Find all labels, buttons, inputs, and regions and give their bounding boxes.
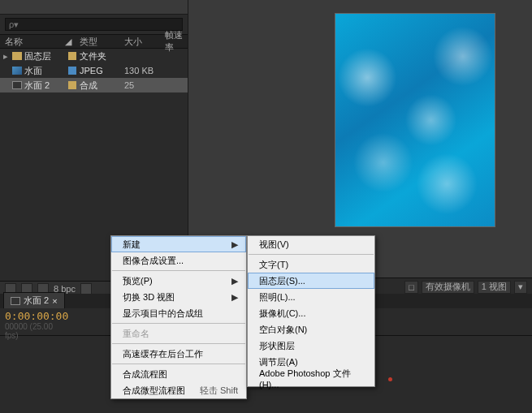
col-tag[interactable]: ◢ bbox=[65, 37, 80, 47]
timecode-box[interactable]: 0:00:00:00 00000 (25.00 fps) bbox=[0, 308, 65, 335]
menu-item-label: 视图(V) bbox=[259, 239, 289, 251]
menu-item[interactable]: 切换 3D 视图▶ bbox=[111, 289, 246, 305]
camera-dropdown[interactable]: 有效摄像机 bbox=[422, 281, 474, 294]
item-name: 水面 2 bbox=[24, 80, 50, 92]
menu-item[interactable]: 图像合成设置... bbox=[111, 252, 246, 269]
item-type: 合成 bbox=[80, 80, 124, 92]
project-search-input[interactable] bbox=[5, 18, 183, 31]
menu-item[interactable]: 合成流程图 bbox=[111, 366, 246, 382]
menu-item[interactable]: 预览(P)▶ bbox=[111, 273, 246, 289]
menu-separator bbox=[112, 270, 245, 271]
menu-item-label: 高速缓存在后台工作 bbox=[123, 348, 203, 360]
folder-icon bbox=[12, 52, 22, 60]
menu-separator bbox=[249, 254, 374, 255]
col-size[interactable]: 大小 bbox=[124, 36, 165, 48]
project-columns-header: 名称 ◢ 类型 大小 帧速率 bbox=[0, 34, 188, 49]
menu-item[interactable]: 摄像机(C)... bbox=[248, 305, 374, 321]
menu-item-label: 重命名 bbox=[123, 328, 149, 340]
views-dropdown[interactable]: 1 视图 bbox=[478, 281, 511, 294]
menu-item[interactable]: 合成微型流程图轻击 Shift bbox=[111, 382, 246, 398]
menu-item-label: 新建 bbox=[123, 239, 141, 251]
menu-item[interactable]: 形状图层 bbox=[248, 338, 374, 354]
preview-image-water bbox=[335, 13, 495, 227]
menu-item-label: 摄像机(C)... bbox=[259, 308, 305, 320]
twirl-icon[interactable]: ▸ bbox=[2, 51, 10, 62]
label-swatch[interactable] bbox=[68, 52, 76, 60]
menu-item-label: 切换 3D 视图 bbox=[123, 291, 175, 303]
framerate-label: 00000 (25.00 fps) bbox=[5, 322, 60, 340]
menu-item-label: 文字(T) bbox=[259, 259, 288, 271]
project-rows: ▸固态层文件夹水面JPEG130 KB水面 2合成25 bbox=[0, 49, 188, 92]
col-type[interactable]: 类型 bbox=[80, 36, 124, 48]
menu-item[interactable]: 显示项目中的合成组 bbox=[111, 305, 246, 321]
submenu-arrow-icon: ▶ bbox=[231, 239, 238, 250]
menu-item[interactable]: 固态层(S)... bbox=[248, 273, 374, 289]
menu-item: 重命名 bbox=[111, 325, 246, 342]
menu-item-label: 固态层(S)... bbox=[259, 275, 305, 287]
context-menu-new[interactable]: 视图(V)文字(T)固态层(S)...照明(L)...摄像机(C)...空白对象… bbox=[247, 235, 375, 387]
menu-item-label: 合成流程图 bbox=[123, 368, 167, 381]
item-name: 水面 bbox=[24, 65, 42, 77]
menu-item-label: Adobe Photoshop 文件(H)... bbox=[259, 368, 366, 389]
menu-separator bbox=[112, 343, 245, 344]
label-swatch[interactable] bbox=[68, 81, 76, 89]
menu-item[interactable]: 视图(V) bbox=[248, 236, 374, 252]
col-last[interactable]: 帧速率 bbox=[165, 29, 188, 54]
menu-item[interactable]: Adobe Photoshop 文件(H)... bbox=[248, 370, 374, 386]
menu-item-label: 图像合成设置... bbox=[123, 255, 184, 267]
menu-separator bbox=[112, 364, 245, 364]
item-type: 文件夹 bbox=[80, 50, 124, 62]
menu-item[interactable]: 高速缓存在后台工作 bbox=[111, 346, 246, 362]
menu-item[interactable]: 空白对象(N) bbox=[248, 321, 374, 338]
marker-icon bbox=[388, 377, 392, 381]
project-panel-header bbox=[0, 0, 188, 15]
col-name[interactable]: 名称 bbox=[0, 36, 65, 48]
menu-item-label: 预览(P) bbox=[123, 275, 153, 287]
menu-item-label: 照明(L)... bbox=[259, 291, 296, 303]
context-menu-main[interactable]: 新建▶图像合成设置...预览(P)▶切换 3D 视图▶显示项目中的合成组重命名高… bbox=[110, 235, 247, 399]
item-type: JPEG bbox=[80, 66, 124, 75]
timeline-tab[interactable]: 水面 2 × bbox=[3, 292, 65, 308]
project-item[interactable]: 水面 2合成25 bbox=[0, 78, 188, 92]
submenu-arrow-icon: ▶ bbox=[231, 276, 238, 286]
menu-item-label: 形状图层 bbox=[259, 340, 295, 352]
project-item[interactable]: 水面JPEG130 KB bbox=[0, 63, 188, 78]
menu-item[interactable]: 照明(L)... bbox=[248, 289, 374, 305]
toggle-mask-icon[interactable]: □ bbox=[404, 281, 418, 294]
trash-icon[interactable] bbox=[80, 283, 92, 295]
menu-item[interactable]: 文字(T) bbox=[248, 256, 374, 273]
project-item[interactable]: ▸固态层文件夹 bbox=[0, 49, 188, 63]
tab-label: 水面 2 bbox=[24, 295, 49, 307]
menu-item-label: 空白对象(N) bbox=[259, 324, 307, 336]
menu-item[interactable]: 新建▶ bbox=[111, 236, 246, 252]
menu-separator bbox=[112, 323, 245, 324]
close-icon[interactable]: × bbox=[52, 296, 57, 306]
submenu-arrow-icon: ▶ bbox=[231, 292, 238, 303]
menu-item-label: 合成微型流程图 bbox=[123, 385, 185, 397]
current-timecode: 0:00:00:00 bbox=[5, 310, 60, 322]
viewer-more-icon[interactable]: ▾ bbox=[514, 281, 527, 294]
item-size: 130 KB bbox=[124, 66, 165, 75]
comp-icon bbox=[12, 81, 22, 89]
image-icon bbox=[12, 67, 22, 75]
item-name: 固态层 bbox=[24, 50, 51, 62]
comp-icon bbox=[11, 297, 20, 305]
label-swatch[interactable] bbox=[68, 67, 76, 75]
menu-item-label: 显示项目中的合成组 bbox=[123, 308, 203, 320]
menu-hotkey: 轻击 Shift bbox=[200, 385, 238, 397]
menu-item-label: 调节层(A) bbox=[259, 356, 298, 368]
item-size: 25 bbox=[124, 80, 165, 90]
project-search-row bbox=[0, 15, 188, 34]
